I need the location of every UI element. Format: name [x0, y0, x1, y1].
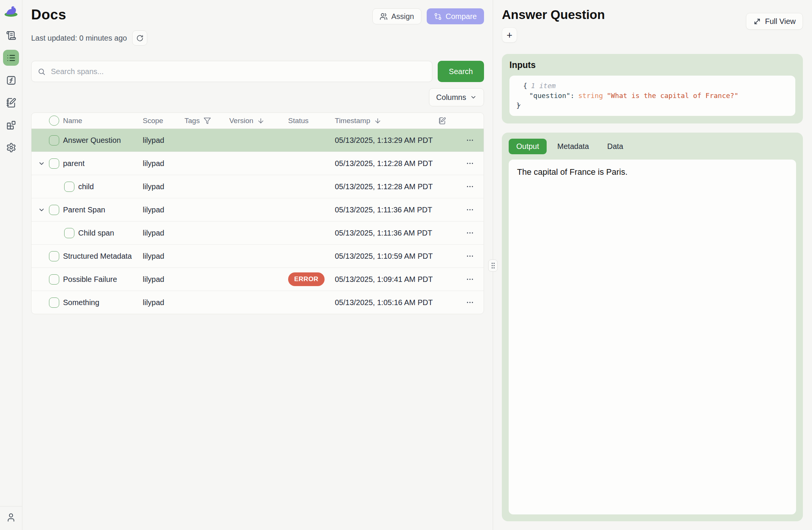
span-scope: lilypad [143, 252, 184, 261]
search-button[interactable]: Search [438, 61, 484, 82]
span-name: Parent Span [63, 206, 105, 214]
span-scope: lilypad [143, 136, 184, 145]
span-scope: lilypad [143, 229, 184, 237]
row-checkbox[interactable] [49, 158, 59, 169]
sort-down-icon[interactable] [257, 117, 265, 125]
gear-icon [6, 142, 16, 153]
status-badge: ERROR [288, 272, 325, 286]
row-checkbox[interactable] [64, 182, 74, 192]
refresh-button[interactable] [132, 30, 147, 46]
ellipsis-icon [466, 252, 474, 260]
columns-dropdown[interactable]: Columns [429, 88, 484, 106]
ellipsis-icon [466, 298, 474, 307]
user-icon[interactable] [6, 513, 16, 522]
json-brace: { [523, 81, 527, 91]
row-checkbox[interactable] [49, 274, 59, 285]
span-name: Child span [78, 229, 114, 237]
span-scope: lilypad [143, 159, 184, 168]
row-menu-button[interactable] [462, 202, 478, 217]
inputs-json-viewer: { 1 item "question": string "What is the… [509, 76, 795, 116]
ellipsis-icon [466, 182, 474, 191]
output-card: Output Metadata Data The capital of Fran… [502, 133, 803, 521]
span-timestamp: 05/13/2025, 1:11:36 AM PDT [335, 229, 438, 237]
span-timestamp: 05/13/2025, 1:11:36 AM PDT [335, 206, 438, 214]
page-title: Docs [31, 7, 66, 23]
sidebar-item-functions[interactable] [3, 72, 19, 88]
frog-logo[interactable] [3, 4, 19, 17]
json-collapse-icon[interactable] [516, 83, 522, 89]
search-icon [38, 68, 46, 76]
columns-label: Columns [436, 93, 466, 102]
main-content: Docs Assign [22, 0, 493, 530]
table-row[interactable]: Something lilypad 05/13/2025, 1:05:16 AM… [32, 291, 484, 314]
assign-button[interactable]: Assign [372, 8, 421, 24]
scroll-icon [6, 30, 16, 41]
span-scope: lilypad [143, 206, 184, 214]
col-header-scope: Scope [143, 117, 184, 125]
inputs-card: Inputs { 1 item "question": string "What… [502, 54, 803, 123]
table-row[interactable]: Child span lilypad 05/13/2025, 1:11:36 A… [32, 221, 484, 244]
row-menu-button[interactable] [462, 295, 478, 310]
row-checkbox[interactable] [49, 205, 59, 215]
table-row[interactable]: parent lilypad 05/13/2025, 1:12:28 AM PD… [32, 152, 484, 175]
full-view-label: Full View [765, 17, 796, 26]
span-name: parent [63, 159, 85, 168]
annotations-column-icon[interactable] [438, 117, 462, 125]
compare-button[interactable]: Compare [427, 8, 484, 24]
row-menu-button[interactable] [462, 179, 478, 194]
function-icon [6, 75, 16, 85]
row-menu-button[interactable] [462, 225, 478, 240]
refresh-icon [136, 35, 143, 42]
sort-down-icon[interactable] [374, 117, 382, 125]
full-view-button[interactable]: Full View [746, 13, 803, 30]
table-row[interactable]: Parent Span lilypad 05/13/2025, 1:11:36 … [32, 198, 484, 221]
row-checkbox[interactable] [49, 135, 59, 146]
row-menu-button[interactable] [462, 248, 478, 264]
span-name: Something [63, 298, 99, 307]
ellipsis-icon [466, 136, 474, 144]
row-menu-button[interactable] [462, 156, 478, 171]
detail-panel: Answer Question Full View + Inputs [494, 0, 812, 530]
detail-tabs: Output Metadata Data [509, 139, 796, 154]
notebook-pen-icon [438, 117, 446, 125]
output-content: The capital of France is Paris. [509, 160, 796, 514]
table-row[interactable]: Structured Metadata lilypad 05/13/2025, … [32, 244, 484, 267]
sidebar-item-spans[interactable] [3, 50, 19, 66]
add-button[interactable]: + [502, 27, 517, 43]
tab-output[interactable]: Output [509, 139, 547, 154]
blocks-icon [6, 120, 16, 130]
search-box [31, 61, 432, 82]
sidebar-item-annotations[interactable] [3, 95, 19, 111]
tab-metadata[interactable]: Metadata [550, 139, 596, 154]
row-menu-button[interactable] [462, 133, 478, 148]
json-type: string [578, 91, 603, 101]
table-row[interactable]: Possible Failure lilypad ERROR 05/13/202… [32, 267, 484, 291]
row-menu-button[interactable] [462, 272, 478, 287]
expand-diagonal-icon [753, 17, 761, 25]
filter-icon[interactable] [203, 117, 211, 125]
sidebar-footer [0, 506, 22, 530]
search-input[interactable] [50, 67, 426, 76]
sidebar-item-blocks[interactable] [3, 117, 19, 133]
table-row[interactable]: child lilypad 05/13/2025, 1:12:28 AM PDT [32, 175, 484, 198]
col-header-timestamp: Timestamp [335, 117, 370, 125]
select-all-checkbox[interactable] [49, 115, 59, 126]
sidebar-item-scroll[interactable] [3, 27, 19, 43]
row-checkbox[interactable] [64, 228, 74, 238]
row-checkbox[interactable] [49, 251, 59, 261]
collapse-chevron-icon[interactable] [38, 206, 45, 214]
ellipsis-icon [466, 275, 474, 283]
tab-data[interactable]: Data [599, 139, 631, 154]
chevron-down-icon [470, 94, 477, 101]
row-checkbox[interactable] [49, 297, 59, 308]
table-row[interactable]: Answer Question lilypad 05/13/2025, 1:13… [32, 128, 484, 152]
span-timestamp: 05/13/2025, 1:09:41 AM PDT [335, 275, 438, 284]
span-timestamp: 05/13/2025, 1:05:16 AM PDT [335, 298, 438, 307]
table-header-row: Name Scope Tags Version Status [32, 113, 484, 128]
inputs-heading: Inputs [509, 60, 795, 70]
collapse-chevron-icon[interactable] [38, 160, 45, 167]
last-updated-text: Last updated: 0 minutes ago [31, 34, 127, 43]
notebook-pen-icon [6, 98, 16, 108]
sidebar-item-settings[interactable] [3, 139, 19, 155]
col-header-tags: Tags [184, 117, 200, 125]
